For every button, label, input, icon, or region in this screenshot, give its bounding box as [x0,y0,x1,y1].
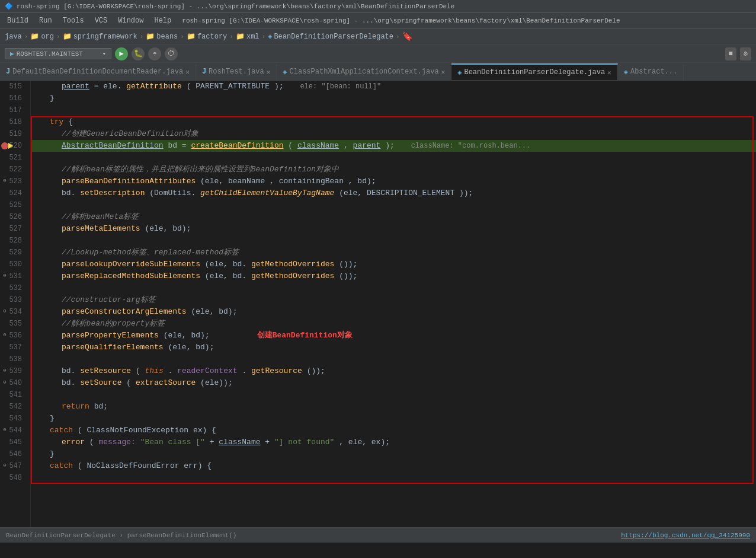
gutter-521: 521 [0,152,25,164]
gutter-525: 525 [0,199,25,211]
gutter-519: 519 [0,128,25,140]
status-right: https://blog.csdn.net/qq_34125990 [621,532,750,539]
gutter-516: 516 [0,93,25,104]
code-line-541 [31,389,756,401]
folder-icon-springframework: 📁 [63,32,72,41]
gutter-529: 529 [0,247,25,259]
gutter-540: ⊖ 540 [0,377,25,389]
close-tab-roshtest[interactable]: ✕ [267,68,271,76]
code-line-536: parsePropertyElements (ele, bd); 创建BeanD… [31,330,756,342]
run-button[interactable]: ▶ [115,47,128,60]
gutter-544: ⊖ 544 [0,425,25,436]
code-line-521 [31,152,756,164]
breadcrumb-java[interactable]: java [5,33,22,41]
tab-beandefparser[interactable]: ◈ BeanDefinitionParserDelegate.java ✕ [451,63,618,80]
code-content: parent = ele. getAttribute ( PARENT_ATTR… [31,81,756,484]
menu-window[interactable]: Window [113,15,148,26]
bookmark-icon: 🔖 [402,31,412,42]
menu-run[interactable]: Run [34,15,57,26]
gutter-530: 530 [0,259,25,270]
code-line-533: //constructor-arg标签 [31,294,756,306]
code-area[interactable]: parent = ele. getAttribute ( PARENT_ATTR… [31,81,756,527]
code-line-540: bd. setSource ( extractSource (ele)); [31,377,756,389]
code-line-538 [31,353,756,365]
gutter-520: 520 [0,140,25,152]
code-line-531: parseReplacedMethodSubElements (ele, bd.… [31,270,756,282]
gutter-531: ⊖ 531 [0,270,25,282]
breadcrumb-file[interactable]: ◈BeanDefinitionParserDelegate [268,32,393,41]
code-line-532 [31,282,756,294]
breadcrumb-xml[interactable]: 📁xml [236,32,260,41]
close-tab-classpathxml[interactable]: ✕ [441,68,446,76]
window-title-path: rosh-spring [G:\IDEA-WORKSPACE\rosh-spri… [182,17,754,24]
gutter-515: 515 [0,81,25,93]
run-config-icon: ▶ [10,50,14,58]
code-line-545: error ( message: "Bean class [" + classN… [31,436,756,448]
code-line-535: //解析bean的property标签 [31,318,756,330]
gutter-541: 541 [0,389,25,401]
close-tab-defaultbean[interactable]: ✕ [185,68,190,76]
tab-icon-abstract: ◈ [624,68,628,76]
run-config-label: ROSHTEST.MAINTEST [17,50,83,58]
tab-defaultbean[interactable]: J DefaultBeanDefinitionDocumentReader.ja… [0,63,196,80]
gutter-547: ⊖ 547 [0,460,25,472]
folder-icon-factory: 📁 [187,32,196,41]
code-line-546: } [31,448,756,460]
folder-icon-beans: 📁 [146,32,155,41]
breadcrumb-beans[interactable]: 📁beans [146,32,178,41]
coverage-button[interactable]: ☂ [148,47,161,60]
stop-button[interactable]: ■ [725,47,736,60]
menu-bar: Build Run Tools VCS Window Help rosh-spr… [0,13,756,28]
gutter-524: 524 [0,187,25,199]
run-config-dropdown-icon: ▾ [102,50,106,58]
breadcrumb-org[interactable]: 📁org [30,32,54,41]
tab-roshtest[interactable]: J RoshTest.java ✕ [196,63,277,80]
gutter-538: 538 [0,353,25,365]
menu-vcs[interactable]: VCS [90,15,113,26]
blog-link[interactable]: https://blog.csdn.net/qq_34125990 [621,532,750,539]
tab-abstract[interactable]: ◈ Abstract... [618,63,684,80]
run-bar: ▶ ROSHTEST.MAINTEST ▾ ▶ 🐛 ☂ ⏱ ■ ⚙ [0,45,756,63]
code-line-523: parseBeanDefinitionAttributes (ele, bean… [31,176,756,187]
gutter-526: 526 [0,211,25,223]
settings-button[interactable]: ⚙ [740,47,751,60]
gutter-539: ⊖ 539 [0,365,25,377]
run-config-selector[interactable]: ▶ ROSHTEST.MAINTEST ▾ [5,48,111,59]
gutter-532: 532 [0,282,25,294]
breadcrumb-springframework[interactable]: 📁springframework [63,32,137,41]
menu-tools[interactable]: Tools [58,15,89,26]
tab-icon-classpathxml: ◈ [283,68,287,76]
gutter-533: 533 [0,294,25,306]
status-left: BeanDefinitionParserDelegate › parseBean… [6,532,236,539]
tab-icon-defaultbean: J [6,68,10,76]
tab-bar: J DefaultBeanDefinitionDocumentReader.ja… [0,63,756,81]
file-icon-bean: ◈ [268,32,272,41]
gutter-536: ⊖ 536 [0,330,25,342]
editor-area: 515 516 517 518 519 520 521 522 ⊖ 523 52… [0,81,756,527]
code-line-543: } [31,413,756,425]
gutter-535: 535 [0,318,25,330]
profile-button[interactable]: ⏱ [165,47,178,60]
menu-build[interactable]: Build [2,15,33,26]
tab-classpathxml[interactable]: ◈ ClassPathXmlApplicationContext.java ✕ [277,63,451,80]
debug-button[interactable]: 🐛 [132,47,145,60]
breadcrumb-status: BeanDefinitionParserDelegate › parseBean… [6,532,236,539]
gutter-527: 527 [0,223,25,235]
annotation-createbean: 创建BeanDefinition对象 [257,330,353,342]
gutter-546: 546 [0,448,25,460]
code-line-517 [31,104,756,116]
breadcrumb-bar: java › 📁org › 📁springframework › 📁beans … [0,28,756,45]
code-line-527: parseMetaElements (ele, bd); [31,223,756,235]
code-line-537: parseQualifierElements (ele, bd); [31,342,756,353]
code-line-526: //解析beanMeta标签 [31,211,756,223]
folder-icon: 📁 [30,32,39,41]
breadcrumb-factory[interactable]: 📁factory [187,32,227,41]
gutter-523: ⊖ 523 [0,176,25,187]
code-line-525 [31,199,756,211]
code-line-534: parseConstructorArgElements (ele, bd); [31,306,756,318]
menu-help[interactable]: Help [149,15,176,26]
tab-icon-roshtest: J [202,68,206,76]
code-line-542: return bd; [31,401,756,413]
close-tab-beandefparser[interactable]: ✕ [607,69,611,76]
status-bar: BeanDefinitionParserDelegate › parseBean… [0,527,756,543]
